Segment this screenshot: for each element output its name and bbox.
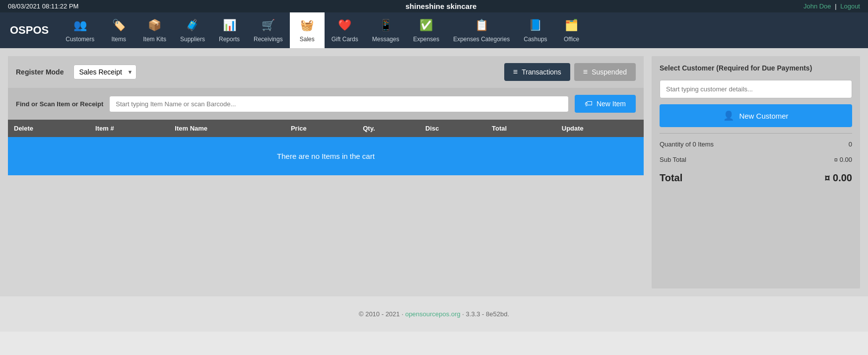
table-header-row: Delete Item # Item Name Price Qty. Disc …: [8, 120, 644, 137]
tag-icon: 🏷: [585, 99, 593, 108]
new-item-button[interactable]: 🏷 New Item: [575, 95, 636, 113]
new-customer-label: New Customer: [739, 112, 788, 120]
office-icon: 🗂️: [563, 16, 581, 34]
user-separator: |: [835, 2, 836, 10]
nav-label-expenses: Expenses: [413, 36, 439, 43]
sales-icon: 🧺: [298, 16, 316, 34]
navbar: OSPOS 👥 Customers 🏷️ Items 📦 Item Kits 🧳…: [0, 12, 868, 48]
nav-label-messages: Messages: [372, 36, 400, 43]
left-panel: Register Mode Sales Receipt Return ▼ ≡ T…: [8, 56, 644, 288]
nav-item-reports[interactable]: 📊 Reports: [212, 12, 247, 48]
messages-icon: 📱: [377, 16, 395, 34]
transactions-label: Transactions: [522, 68, 561, 76]
nav-label-suppliers: Suppliers: [180, 36, 205, 43]
total-row: Total ¤ 0.00: [660, 170, 852, 186]
nav-item-expenses[interactable]: ✅ Expenses: [406, 12, 446, 48]
nav-item-expcat[interactable]: 📋 Expenses Categories: [446, 12, 517, 48]
nav-item-itemkits[interactable]: 📦 Item Kits: [136, 12, 173, 48]
footer-copyright: © 2010 - 2021 ·: [359, 310, 403, 318]
nav-label-expcat: Expenses Categories: [453, 36, 510, 43]
nav-label-giftcards: Gift Cards: [332, 36, 358, 43]
giftcards-icon: ❤️: [336, 16, 354, 34]
transactions-button[interactable]: ≡ Transactions: [504, 63, 570, 81]
quantity-value: 0: [849, 141, 852, 148]
nav-label-cashups: Cashups: [524, 36, 547, 43]
nav-label-receivings: Receivings: [254, 36, 283, 43]
footer-version: · 3.3.3 - 8e52bd.: [462, 310, 509, 318]
subtotal-row: Sub Total ¤ 0.00: [660, 155, 852, 164]
footer-link[interactable]: opensourcepos.org: [405, 310, 460, 318]
register-mode-select[interactable]: Sales Receipt Return: [73, 65, 136, 79]
col-item-name: Item Name: [169, 120, 285, 137]
expcat-icon: 📋: [472, 16, 490, 34]
total-value: ¤ 0.00: [824, 172, 852, 184]
nav-item-giftcards[interactable]: ❤️ Gift Cards: [325, 12, 365, 48]
new-item-label: New Item: [597, 100, 626, 108]
scan-input[interactable]: [109, 96, 569, 112]
app-title: shineshine skincare: [405, 2, 476, 10]
customer-panel-title: Select Customer (Required for Due Paymen…: [660, 64, 852, 72]
subtotal-label: Sub Total: [660, 156, 686, 163]
user-link[interactable]: John Doe: [803, 2, 831, 10]
col-disc: Disc: [419, 120, 486, 137]
register-mode-dropdown-wrapper: Sales Receipt Return ▼: [73, 65, 136, 79]
col-delete: Delete: [8, 120, 89, 137]
nav-item-messages[interactable]: 📱 Messages: [365, 12, 406, 48]
right-panel: Select Customer (Required for Due Paymen…: [652, 56, 860, 288]
nav-item-items[interactable]: 🏷️ Items: [101, 12, 136, 48]
receivings-icon: 🛒: [259, 16, 277, 34]
nav-label-items: Items: [112, 36, 126, 43]
brand-logo: OSPOS: [0, 12, 59, 48]
quantity-label: Quantity of 0 Items: [660, 141, 714, 148]
cart-empty-message: There are no Items in the cart: [8, 137, 644, 175]
top-bar: 08/03/2021 08:11:22 PM shineshine skinca…: [0, 0, 868, 12]
subtotal-value: ¤ 0.00: [834, 156, 852, 163]
top-bar-right: John Doe | Logout: [803, 2, 860, 10]
col-total: Total: [486, 120, 556, 137]
expenses-icon: ✅: [417, 16, 435, 34]
nav-item-receivings[interactable]: 🛒 Receivings: [247, 12, 290, 48]
col-update: Update: [556, 120, 644, 137]
nav-label-office: Office: [564, 36, 579, 43]
scan-bar: Find or Scan Item or Receipt 🏷 New Item: [8, 88, 644, 120]
new-customer-button[interactable]: 👤 New Customer: [660, 104, 852, 127]
customers-icon: 👥: [71, 16, 89, 34]
nav-item-suppliers[interactable]: 🧳 Suppliers: [173, 12, 212, 48]
datetime: 08/03/2021 08:11:22 PM: [8, 2, 78, 10]
nav-items: 👥 Customers 🏷️ Items 📦 Item Kits 🧳 Suppl…: [59, 12, 868, 48]
nav-label-reports: Reports: [219, 36, 240, 43]
suspended-list-icon: ≡: [583, 68, 588, 76]
items-table: Delete Item # Item Name Price Qty. Disc …: [8, 120, 644, 175]
nav-item-cashups[interactable]: 📘 Cashups: [517, 12, 554, 48]
items-icon: 🏷️: [110, 16, 128, 34]
suppliers-icon: 🧳: [184, 16, 201, 34]
divider: [660, 133, 852, 134]
suspended-button[interactable]: ≡ Suspended: [574, 63, 636, 81]
itemkits-icon: 📦: [146, 16, 164, 34]
nav-item-sales[interactable]: 🧺 Sales: [290, 12, 325, 48]
customer-search-input[interactable]: [660, 80, 852, 98]
main-content: Register Mode Sales Receipt Return ▼ ≡ T…: [0, 48, 868, 296]
col-qty: Qty.: [357, 120, 419, 137]
logout-link[interactable]: Logout: [840, 2, 860, 10]
cart-empty-row: There are no Items in the cart: [8, 137, 644, 175]
col-item-num: Item #: [89, 120, 169, 137]
col-price: Price: [285, 120, 357, 137]
nav-item-office[interactable]: 🗂️ Office: [554, 12, 589, 48]
cashups-icon: 📘: [527, 16, 544, 34]
register-mode-bar: Register Mode Sales Receipt Return ▼ ≡ T…: [8, 56, 644, 88]
footer: © 2010 - 2021 · opensourcepos.org · 3.3.…: [0, 296, 868, 332]
reports-icon: 📊: [220, 16, 238, 34]
nav-label-itemkits: Item Kits: [143, 36, 166, 43]
nav-label-sales: Sales: [300, 36, 315, 43]
register-mode-actions: ≡ Transactions ≡ Suspended: [504, 63, 636, 81]
nav-label-customers: Customers: [66, 36, 94, 43]
total-label: Total: [660, 172, 682, 184]
transactions-list-icon: ≡: [513, 68, 518, 76]
quantity-row: Quantity of 0 Items 0: [660, 140, 852, 149]
nav-item-customers[interactable]: 👥 Customers: [59, 12, 101, 48]
register-mode-label: Register Mode: [16, 68, 64, 76]
person-icon: 👤: [723, 110, 734, 121]
suspended-label: Suspended: [592, 68, 627, 76]
scan-label: Find or Scan Item or Receipt: [16, 100, 103, 108]
